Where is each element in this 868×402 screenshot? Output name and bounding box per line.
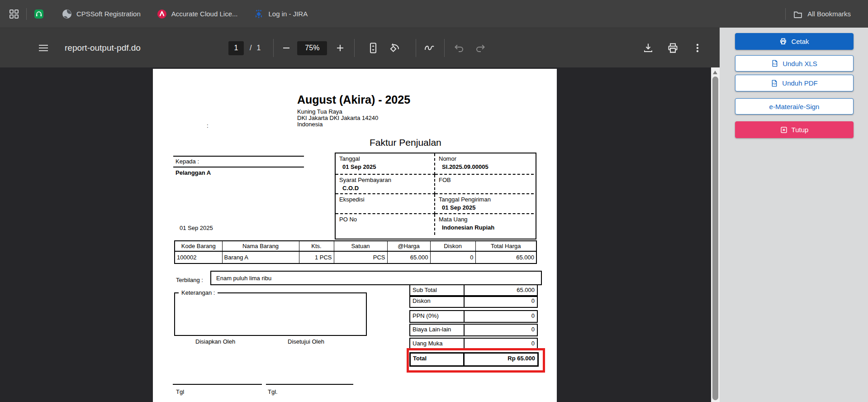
annotate-pen-icon[interactable] — [424, 42, 436, 54]
terbilang-label: Terbilang : — [176, 277, 203, 283]
summary-value: 0 — [465, 325, 537, 335]
keterangan-label: Keterangan : — [179, 289, 218, 296]
document-type-title: Faktur Penjualan — [370, 137, 441, 148]
col-header: Satuan — [334, 241, 387, 251]
tgl-right-label: Tgl. — [268, 388, 278, 395]
bookmark-support[interactable] — [34, 9, 48, 19]
undo-button[interactable] — [453, 42, 465, 54]
zoom-level-input[interactable]: 75% — [297, 41, 327, 55]
tgl-left-label: Tgl — [176, 388, 184, 395]
zoom-in-button[interactable] — [335, 43, 345, 53]
address-line-2: DKI Jakarta DKI Jakarta 14240 — [297, 115, 378, 121]
info-label: Nomor — [439, 155, 530, 162]
summary-label: Biaya Lain-lain — [410, 325, 465, 335]
company-address: Kuning Tua Raya DKI Jakarta DKI Jakarta … — [297, 109, 378, 128]
kepada-label: Kepada : — [175, 158, 199, 165]
info-value: Indonesian Rupiah — [439, 224, 530, 231]
document-title: report-output-pdf.do — [65, 43, 141, 53]
unduh-pdf-button[interactable]: PDF Unduh PDF — [735, 75, 854, 91]
tutup-label: Tutup — [792, 126, 809, 134]
print-icon[interactable] — [667, 42, 679, 54]
stray-colon: : — [207, 122, 209, 129]
ematerai-label: e-Materai/e-Sign — [769, 103, 820, 110]
tutup-button[interactable]: Tutup — [735, 121, 854, 138]
terbilang-box: Enam puluh lima ribu — [210, 271, 542, 285]
summary-row: Biaya Lain-lain 0 — [409, 324, 538, 336]
bookmark-accurate[interactable]: Accurate Cloud Lice... — [157, 9, 238, 19]
summary-row: Diskon 0 — [409, 295, 538, 308]
fit-to-page-button[interactable] — [367, 42, 379, 54]
menu-hamburger-icon[interactable] — [38, 42, 49, 54]
pdf-icon-label: PDF — [773, 83, 777, 85]
disetujui-oleh-label: Disetujui Oleh — [288, 338, 324, 345]
total-row: Total Rp 65.000 — [409, 352, 539, 367]
zoom-out-button[interactable] — [281, 43, 291, 53]
pdf-scrollbar[interactable] — [711, 67, 720, 402]
items-table: Kode Barang Nama Barang Kts. Satuan @Har… — [174, 240, 537, 264]
summary-label: Uang Muka — [410, 339, 465, 349]
all-bookmarks-label: All Bookmarks — [807, 10, 851, 18]
apps-grid-icon[interactable] — [9, 9, 19, 19]
summary-value: 65.000 — [465, 285, 537, 296]
item-row: 100002 Barang A 1 PCS PCS 65.000 0 65.00… — [175, 251, 536, 263]
all-bookmarks-button[interactable]: All Bookmarks — [793, 9, 851, 19]
invoice-info-table: Tanggal01 Sep 2025 NomorSI.2025.09.00005… — [335, 153, 536, 239]
folder-icon — [793, 9, 803, 19]
info-label: Ekspedisi — [339, 196, 431, 203]
item-cell: Barang A — [222, 251, 299, 263]
summary-value: 0 — [465, 311, 537, 322]
ematerai-esign-button[interactable]: e-Materai/e-Sign — [735, 98, 854, 115]
address-line-3: Indonesia — [297, 121, 378, 128]
summary-label: Sub Total — [410, 285, 465, 296]
page-total: 1 — [256, 44, 261, 52]
bookmark-cpssoft[interactable]: CPSSoft Registration — [62, 9, 141, 19]
info-value: 01 Sep 2025 — [339, 163, 431, 170]
total-label: Total — [411, 354, 465, 365]
info-label: Tanggal — [339, 155, 431, 162]
rotate-button[interactable] — [389, 42, 401, 54]
redo-button[interactable] — [474, 42, 486, 54]
col-header: Diskon — [430, 241, 475, 251]
info-label: Tanggal Pengiriman — [439, 196, 530, 203]
item-cell: 1 PCS — [299, 251, 334, 263]
unduh-pdf-label: Unduh PDF — [782, 79, 817, 87]
bookmarks-separator — [26, 8, 27, 20]
signature-line-right — [266, 384, 353, 385]
info-value: 01 Sep 2025 — [439, 204, 530, 211]
download-icon[interactable] — [642, 42, 654, 54]
jira-icon — [254, 9, 264, 19]
page-divider: / — [250, 44, 251, 52]
unduh-xls-button[interactable]: XLS Unduh XLS — [735, 55, 854, 72]
kepada-rule-bottom — [173, 167, 304, 168]
headset-icon — [34, 9, 44, 19]
summary-value: 0 — [465, 296, 537, 307]
scrollbar-up-arrow[interactable] — [713, 71, 717, 74]
scrollbar-thumb[interactable] — [712, 77, 718, 400]
summary-row: Uang Muka 0 — [409, 338, 538, 350]
signature-line-left — [173, 384, 262, 385]
terbilang-text: Enam puluh lima ribu — [216, 275, 271, 282]
summary-value: 0 — [465, 339, 537, 349]
info-label: FOB — [439, 177, 530, 183]
item-cell: 0 — [430, 251, 475, 263]
page-number-input[interactable]: 1 — [228, 41, 244, 55]
info-label: PO No — [339, 216, 431, 223]
bookmark-jira[interactable]: Log in - JIRA — [254, 9, 308, 19]
cetak-button[interactable]: Cetak — [735, 33, 854, 50]
unduh-xls-label: Unduh XLS — [783, 60, 817, 67]
invoice-page: August (Akira) - 2025 Kuning Tua Raya DK… — [153, 69, 557, 402]
customer-name: Pelanggan A — [175, 169, 211, 176]
invoice-date: 01 Sep 2025 — [180, 225, 213, 231]
more-options-kebab-icon[interactable] — [692, 42, 703, 54]
bookmark-label: Accurate Cloud Lice... — [171, 10, 238, 18]
accurate-icon — [157, 9, 167, 19]
invoice-period-title: August (Akira) - 2025 — [297, 93, 410, 106]
bookmarks-separator — [785, 8, 786, 20]
item-cell: 100002 — [175, 251, 222, 263]
col-header: Total Harga — [475, 241, 536, 251]
bookmarks-bar: CPSSoft Registration Accurate Cloud Lice… — [0, 0, 868, 28]
summary-label: Diskon — [410, 296, 465, 307]
item-cell: 65.000 — [387, 251, 430, 263]
close-box-icon — [780, 126, 787, 134]
items-header-row: Kode Barang Nama Barang Kts. Satuan @Har… — [175, 241, 536, 251]
